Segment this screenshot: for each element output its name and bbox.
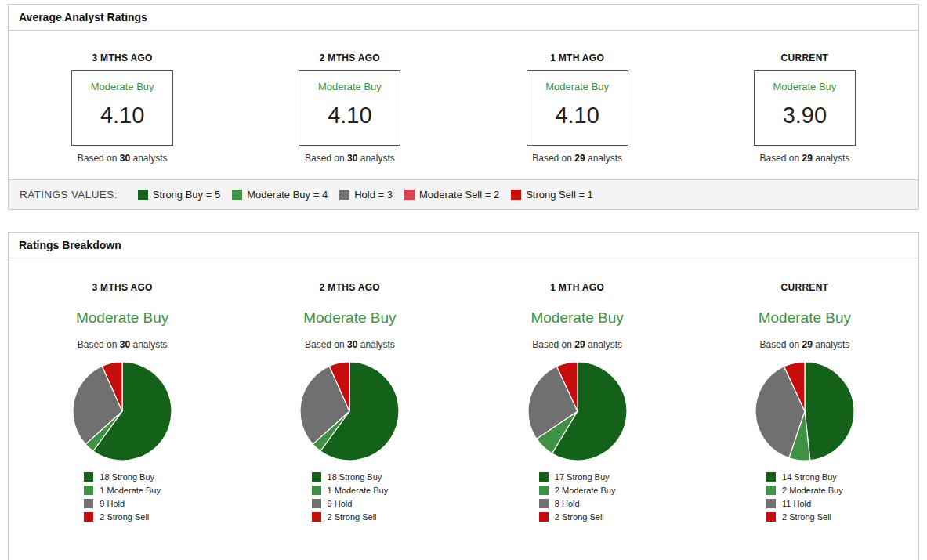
- avg-rating-column-current: CURRENT Moderate Buy 3.90 Based on 29 an…: [691, 52, 918, 164]
- period-label: 1 MTH AGO: [550, 282, 604, 293]
- analyst-count: 29: [574, 153, 585, 164]
- ratings-values-label: RATINGS VALUES:: [20, 189, 118, 201]
- legend-item-strong-buy: Strong Buy = 5: [138, 189, 220, 201]
- moderate-buy-swatch: [232, 190, 242, 200]
- legend-item-strong-buy: 18 Strong Buy: [312, 472, 389, 482]
- legend-item-strong-sell: 2 Strong Sell: [312, 512, 389, 522]
- legend-item-strong-sell: 2 Strong Sell: [539, 512, 616, 522]
- moderate-sell-swatch: [404, 190, 415, 200]
- avg-rating-column-1mth: 1 MTH AGO Moderate Buy 4.10 Based on 29 …: [464, 52, 691, 164]
- rating-value: 4.10: [555, 103, 599, 128]
- pie-chart: [527, 360, 628, 462]
- analyst-count-note: Based on 29 analysts: [759, 153, 849, 164]
- period-label: 3 MTHS AGO: [92, 52, 153, 63]
- legend-item-strong-sell: 2 Strong Sell: [766, 512, 843, 522]
- breakdown-column-current: CURRENT Moderate Buy Based on 29 analyst…: [691, 282, 918, 526]
- analyst-count: 29: [802, 153, 813, 164]
- analyst-count: 30: [120, 153, 130, 164]
- legend-item-strong-sell: 2 Strong Sell: [84, 512, 161, 522]
- legend-item-moderate-sell: Moderate Sell = 2: [404, 189, 499, 201]
- panel-title: Average Analyst Ratings: [9, 5, 918, 31]
- rating-label: Moderate Buy: [76, 309, 168, 327]
- strong-buy-swatch: [766, 472, 776, 482]
- strong-buy-swatch: [539, 472, 549, 482]
- legend-item-strong-buy: 14 Strong Buy: [766, 472, 843, 482]
- strong-sell-swatch: [766, 512, 776, 522]
- legend-item-hold: 8 Hold: [539, 499, 616, 508]
- pie-legend: 14 Strong Buy 2 Moderate Buy 11 Hold 2 S…: [766, 472, 843, 526]
- analyst-count: 30: [347, 339, 357, 350]
- period-label: 2 MTHS AGO: [320, 52, 380, 63]
- strong-buy-swatch: [138, 190, 148, 200]
- hold-swatch: [84, 499, 93, 508]
- breakdown-column-3mths: 3 MTHS AGO Moderate Buy Based on 30 anal…: [9, 282, 236, 526]
- legend-item-strong-sell: Strong Sell = 1: [511, 189, 593, 201]
- average-ratings-row: 3 MTHS AGO Moderate Buy 4.10 Based on 30…: [9, 31, 918, 179]
- legend-item-hold: 9 Hold: [84, 499, 161, 508]
- legend-item-hold: 11 Hold: [766, 499, 843, 508]
- rating-box: Moderate Buy 3.90: [754, 70, 856, 146]
- breakdown-column-1mth: 1 MTH AGO Moderate Buy Based on 29 analy…: [464, 282, 691, 526]
- legend-item-strong-buy: 18 Strong Buy: [84, 472, 161, 482]
- pie-chart: [71, 360, 173, 462]
- rating-box: Moderate Buy 4.10: [71, 70, 173, 146]
- analyst-count: 30: [347, 153, 357, 164]
- strong-buy-swatch: [84, 472, 93, 482]
- strong-sell-swatch: [84, 512, 93, 522]
- breakdown-column-2mths: 2 MTHS AGO Moderate Buy Based on 30 anal…: [236, 282, 463, 526]
- rating-label: Moderate Buy: [91, 81, 154, 92]
- panel-title: Ratings Breakdown: [9, 233, 918, 258]
- rating-label: Moderate Buy: [759, 309, 851, 327]
- rating-value: 4.10: [328, 103, 371, 128]
- moderate-buy-swatch: [312, 486, 321, 495]
- period-label: 2 MTHS AGO: [320, 282, 380, 293]
- legend-item-moderate-buy: 1 Moderate Buy: [84, 486, 161, 495]
- moderate-buy-swatch: [766, 486, 776, 495]
- pie-legend: 17 Strong Buy 2 Moderate Buy 8 Hold 2 St…: [539, 472, 616, 526]
- avg-rating-column-3mths: 3 MTHS AGO Moderate Buy 4.10 Based on 30…: [9, 52, 236, 164]
- legend-item-strong-buy: 17 Strong Buy: [539, 472, 616, 482]
- analyst-count-note: Based on 29 analysts: [532, 339, 622, 350]
- moderate-buy-swatch: [539, 486, 549, 495]
- strong-sell-swatch: [312, 512, 321, 522]
- legend-item-hold: 9 Hold: [312, 499, 389, 508]
- rating-box: Moderate Buy 4.10: [527, 70, 628, 146]
- analyst-count: 30: [120, 339, 130, 350]
- rating-value: 4.10: [100, 103, 144, 128]
- rating-label: Moderate Buy: [303, 309, 396, 327]
- period-label: CURRENT: [780, 282, 828, 293]
- analyst-count: 29: [574, 339, 585, 350]
- pie-legend: 18 Strong Buy 1 Moderate Buy 9 Hold 2 St…: [84, 472, 161, 526]
- legend-item-moderate-buy: 2 Moderate Buy: [539, 486, 616, 495]
- rating-label: Moderate Buy: [530, 309, 623, 327]
- strong-buy-swatch: [312, 472, 321, 482]
- rating-label: Moderate Buy: [545, 81, 609, 92]
- legend-item-moderate-buy: 1 Moderate Buy: [312, 486, 389, 495]
- rating-box: Moderate Buy 4.10: [299, 70, 400, 146]
- analyst-count: 29: [802, 339, 813, 350]
- ratings-values-legend: RATINGS VALUES: Strong Buy = 5 Moderate …: [9, 179, 918, 209]
- analyst-count-note: Based on 29 analysts: [759, 339, 849, 350]
- hold-swatch: [339, 190, 349, 200]
- hold-swatch: [312, 499, 321, 508]
- moderate-buy-swatch: [84, 486, 93, 495]
- legend-item-moderate-buy: Moderate Buy = 4: [232, 189, 328, 201]
- pie-chart: [754, 360, 856, 462]
- average-analyst-ratings-panel: Average Analyst Ratings 3 MTHS AGO Moder…: [8, 4, 919, 210]
- strong-sell-swatch: [511, 190, 521, 200]
- legend-item-hold: Hold = 3: [339, 189, 393, 201]
- analyst-count-note: Based on 30 analysts: [78, 339, 168, 350]
- period-label: 1 MTH AGO: [550, 52, 604, 63]
- hold-swatch: [766, 499, 776, 508]
- analyst-count-note: Based on 30 analysts: [305, 339, 395, 350]
- rating-label: Moderate Buy: [318, 81, 382, 92]
- avg-rating-column-2mths: 2 MTHS AGO Moderate Buy 4.10 Based on 30…: [236, 52, 463, 164]
- analyst-count-note: Based on 30 analysts: [78, 153, 168, 164]
- strong-sell-swatch: [539, 512, 549, 522]
- pie-legend: 18 Strong Buy 1 Moderate Buy 9 Hold 2 St…: [312, 472, 389, 526]
- rating-label: Moderate Buy: [773, 81, 836, 92]
- period-label: 3 MTHS AGO: [92, 282, 153, 293]
- analyst-count-note: Based on 29 analysts: [532, 153, 622, 164]
- period-label: CURRENT: [780, 52, 828, 63]
- breakdown-row: 3 MTHS AGO Moderate Buy Based on 30 anal…: [9, 258, 918, 560]
